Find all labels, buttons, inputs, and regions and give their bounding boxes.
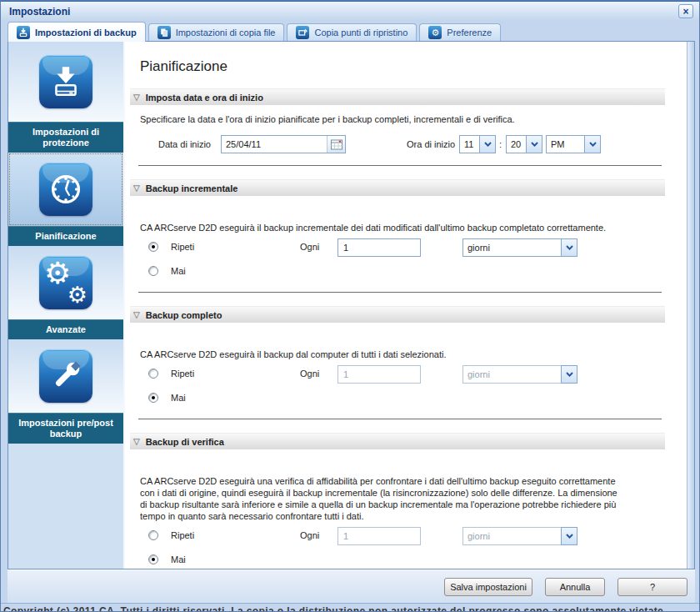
- calendar-icon: [331, 139, 342, 150]
- section-divider: [138, 419, 662, 419]
- radio-label: Mai: [171, 266, 186, 276]
- incremental-repeat-radio[interactable]: [148, 242, 158, 252]
- start-date-field: [221, 135, 346, 153]
- tab-content-panel: Impostazioni di protezione: [8, 41, 695, 569]
- full-description: CA ARCserve D2D eseguirà il backup dal c…: [140, 349, 665, 360]
- chevron-down-icon: [531, 142, 538, 147]
- verify-description: CA ARCserve D2D eseguirà una verifica di…: [140, 475, 687, 522]
- incremental-never-radio[interactable]: [148, 266, 158, 276]
- verify-repeat-radio[interactable]: [148, 530, 158, 540]
- tab-label: Copia punti di ripristino: [314, 28, 408, 38]
- unit-value: giorni: [462, 365, 561, 384]
- pre-post-wrench-icon: [39, 349, 92, 403]
- incremental-never-row: Mai: [125, 262, 687, 282]
- tab-recovery-points-copy[interactable]: Copia punti di ripristino: [287, 23, 417, 41]
- collapse-icon[interactable]: ▽: [133, 184, 140, 193]
- start-date-input[interactable]: [222, 136, 327, 153]
- sidebar-item-protection-settings[interactable]: Impostazioni di protezione: [8, 42, 123, 153]
- tab-file-copy-settings[interactable]: Impostazioni di copia file: [148, 23, 285, 41]
- sidebar: Impostazioni di protezione: [8, 42, 125, 569]
- minute-dropdown[interactable]: 20: [506, 135, 542, 153]
- chevron-down-icon: [484, 142, 492, 147]
- save-settings-button[interactable]: Salva impostazioni: [444, 578, 532, 596]
- page-title: Pianificazione: [140, 58, 687, 75]
- incremental-repeat-row: Ripeti Ogni giorni: [125, 238, 687, 258]
- section-header-verify: ▽ Backup di verifica: [130, 433, 665, 449]
- every-label: Ogni: [300, 242, 319, 252]
- section-header-start: ▽ Imposta data e ora di inizio: [130, 88, 665, 105]
- start-description: Specificare la data e l'ora di inizio pi…: [140, 113, 665, 125]
- full-repeat-radio[interactable]: [148, 369, 158, 379]
- verify-repeat-row: Ripeti Ogni giorni: [125, 526, 687, 546]
- help-button[interactable]: ?: [618, 578, 688, 596]
- preferences-gear-icon: ⚙: [428, 26, 442, 39]
- sidebar-item-label: Impostazioni di protezione: [8, 122, 123, 153]
- advanced-gears-icon: ⚙ ⚙: [39, 256, 92, 309]
- start-datetime-row: Data di inizio Ora di inizio 11 : 20: [125, 135, 687, 155]
- section-header-full: ▽ Backup completo: [130, 306, 665, 323]
- start-time-label: Ora di inizio: [407, 139, 455, 149]
- tab-label: Impostazioni di backup: [35, 28, 137, 38]
- ampm-value: PM: [546, 135, 584, 153]
- incremental-description: CA ARCserve D2D eseguirà il backup incre…: [140, 222, 665, 233]
- sidebar-item-label: Pianificazione: [8, 226, 123, 246]
- protection-settings-icon: [39, 55, 92, 108]
- minute-dropdown-button[interactable]: [526, 135, 542, 153]
- section-title: Backup di verifica: [146, 437, 224, 447]
- sidebar-item-pre-post-backup[interactable]: Impostazioni pre/post backup: [8, 339, 123, 444]
- sidebar-item-label: Avanzate: [8, 319, 123, 339]
- chevron-down-icon: [566, 245, 573, 250]
- full-unit-dropdown[interactable]: giorni: [462, 365, 578, 384]
- sidebar-item-advanced[interactable]: ⚙ ⚙ Avanzate: [8, 246, 123, 339]
- verify-never-radio[interactable]: [148, 554, 158, 564]
- ampm-dropdown-button[interactable]: [584, 135, 601, 153]
- chevron-down-icon: [566, 372, 573, 377]
- full-never-row: Mai: [125, 389, 687, 409]
- tab-preferences[interactable]: ⚙ Preferenze: [419, 23, 501, 41]
- tab-strip: Impostazioni di backup Impostazioni di c…: [1, 21, 699, 41]
- unit-dropdown-button[interactable]: [561, 527, 578, 545]
- full-repeat-row: Ripeti Ogni giorni: [125, 364, 687, 384]
- scrollbar-track[interactable]: [687, 42, 694, 569]
- minute-value: 20: [506, 135, 526, 153]
- sidebar-filler: [8, 444, 123, 569]
- tab-label: Preferenze: [447, 28, 492, 38]
- chevron-down-icon: [566, 534, 573, 539]
- main-content: Pianificazione ▽ Imposta data e ora di i…: [125, 42, 687, 569]
- collapse-icon[interactable]: ▽: [133, 311, 140, 319]
- section-title: Backup completo: [146, 310, 222, 320]
- verify-every-input[interactable]: [338, 527, 421, 545]
- tab-backup-settings[interactable]: Impostazioni di backup: [8, 22, 146, 42]
- section-divider: [138, 165, 662, 166]
- sidebar-item-label: Impostazioni pre/post backup: [8, 413, 123, 444]
- verify-never-row: Mai: [125, 550, 687, 569]
- verify-unit-dropdown[interactable]: giorni: [462, 527, 578, 545]
- every-label: Ogni: [300, 530, 319, 540]
- close-icon: ×: [682, 6, 688, 18]
- collapse-icon[interactable]: ▽: [133, 93, 140, 102]
- time-separator: :: [499, 139, 502, 149]
- calendar-button[interactable]: [327, 136, 345, 153]
- file-copy-icon: [158, 26, 171, 39]
- cancel-button[interactable]: Annulla: [545, 578, 605, 596]
- ampm-dropdown[interactable]: PM: [546, 135, 601, 153]
- tab-label: Impostazioni di copia file: [176, 28, 276, 38]
- incremental-every-input[interactable]: [338, 238, 421, 257]
- hour-value: 11: [459, 135, 479, 153]
- radio-label: Mai: [171, 554, 186, 564]
- background-copyright-text: Copyright (c) 2011 CA. Tutti i diritti r…: [1, 603, 699, 611]
- full-every-input[interactable]: [338, 365, 421, 384]
- full-never-radio[interactable]: [148, 393, 158, 403]
- section-header-incremental: ▽ Backup incrementale: [130, 179, 665, 196]
- close-button[interactable]: ×: [678, 4, 693, 18]
- unit-value: giorni: [462, 527, 561, 545]
- every-label: Ogni: [300, 369, 319, 379]
- sidebar-item-schedule[interactable]: Pianificazione: [8, 153, 123, 246]
- collapse-icon[interactable]: ▽: [133, 438, 140, 446]
- hour-dropdown[interactable]: 11: [459, 135, 496, 153]
- unit-dropdown-button[interactable]: [561, 238, 578, 257]
- radio-label: Ripeti: [171, 530, 194, 540]
- incremental-unit-dropdown[interactable]: giorni: [462, 238, 578, 257]
- hour-dropdown-button[interactable]: [479, 135, 496, 153]
- unit-dropdown-button[interactable]: [561, 365, 578, 384]
